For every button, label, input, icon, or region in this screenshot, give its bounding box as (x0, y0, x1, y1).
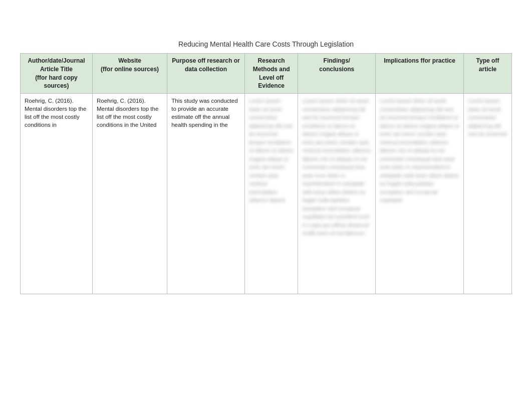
header-type: Type off article (464, 54, 512, 94)
research-table: Author/date/Journal Article Title(ffor h… (20, 53, 512, 294)
cell-author: Roehrig, C. (2016). Mental disorders top… (21, 94, 93, 294)
header-row: Author/date/Journal Article Title(ffor h… (21, 54, 512, 94)
page-wrapper: Reducing Mental Health Care Costs Throug… (0, 0, 532, 412)
header-website: Website(ffor online sources) (92, 54, 167, 94)
cell-findings: Lorem ipsum dolor sit amet consectetur a… (298, 94, 376, 294)
purpose-text: This study was conducted to provide an a… (171, 98, 237, 128)
cell-type: Lorem ipsum dolor sit amet consectetur a… (464, 94, 512, 294)
cell-research: Lorem ipsum dolor sit amet consectetur a… (244, 94, 298, 294)
findings-blurred: Lorem ipsum dolor sit amet consectetur a… (302, 97, 371, 238)
header-author: Author/date/Journal Article Title(ffor h… (21, 54, 93, 94)
header-purpose: Purpose off research or data collection (167, 54, 245, 94)
type-blurred: Lorem ipsum dolor sit amet consectetur a… (468, 97, 507, 138)
header-implications: Implications ffor practice (376, 54, 464, 94)
table-row: Roehrig, C. (2016). Mental disorders top… (21, 94, 512, 294)
author-text: Roehrig, C. (2016). Mental disorders top… (25, 98, 86, 128)
cell-website: Roehrig, C. (2016). Mental disorders top… (92, 94, 167, 294)
research-blurred: Lorem ipsum dolor sit amet consectetur a… (249, 97, 294, 204)
implications-blurred: Lorem ipsum dolor sit amet consectetur a… (380, 97, 459, 204)
website-text: Roehrig, C. (2016). Mental disorders top… (97, 98, 158, 128)
header-findings: Findings/conclusions (298, 54, 376, 94)
cell-purpose: This study was conducted to provide an a… (167, 94, 245, 294)
cell-implications: Lorem ipsum dolor sit amet consectetur a… (376, 94, 464, 294)
table-title: Reducing Mental Health Care Costs Throug… (20, 40, 512, 48)
header-research: Research Methods andLevel off Evidence (244, 54, 298, 94)
